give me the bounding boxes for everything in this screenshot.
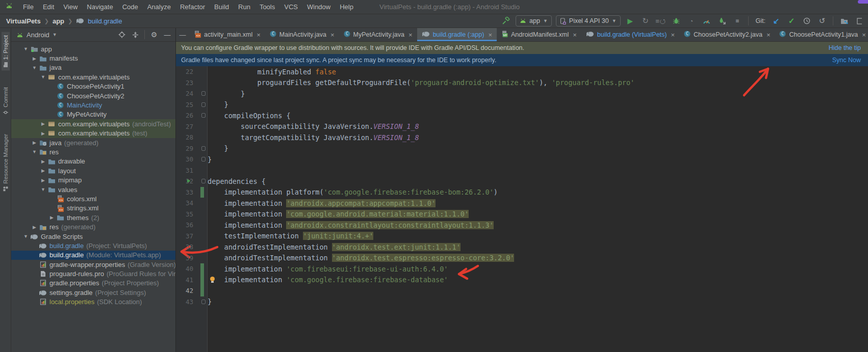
fold-marker-icon[interactable]	[201, 179, 206, 183]
menu-file[interactable]: File	[18, 3, 38, 11]
tree-item-res[interactable]: ▼res	[11, 147, 175, 156]
rollback-icon[interactable]: ↺	[816, 15, 828, 26]
tree-item-mainactivity[interactable]: CMainActivity	[11, 100, 175, 110]
collapse-all-icon[interactable]	[130, 30, 140, 40]
close-icon[interactable]: ×	[257, 31, 261, 39]
tree-collapsed-icon[interactable]: ▶	[39, 178, 47, 183]
menu-window[interactable]: Window	[302, 3, 335, 11]
tree-expanded-icon[interactable]: ▼	[31, 65, 38, 70]
project-view-select[interactable]: Android	[27, 31, 49, 39]
tree-collapsed-icon[interactable]: ▶	[31, 140, 38, 145]
close-icon[interactable]: ×	[767, 31, 771, 39]
hammer-make-icon[interactable]	[500, 15, 512, 26]
tree-item-drawable[interactable]: ▶drawable	[11, 157, 175, 166]
run-config-select[interactable]: app ▼	[516, 15, 552, 26]
tree-expanded-icon[interactable]: ▼	[39, 74, 47, 79]
code-line-23[interactable]: 23 proguardFiles getDefaultProguardFile(…	[176, 77, 868, 89]
tree-item-layout[interactable]: ▶layout	[11, 166, 175, 175]
code-line-35[interactable]: 35 implementation 'com.google.android.ma…	[176, 209, 868, 220]
hide-tabs-icon[interactable]: —	[176, 28, 189, 41]
code-line-31[interactable]: 31	[176, 165, 868, 176]
close-icon[interactable]: ×	[409, 31, 413, 39]
code-line-30[interactable]: 30}	[176, 154, 868, 165]
code-line-32[interactable]: 32▶dependencies {	[176, 176, 868, 187]
tree-item-mypetactivity[interactable]: CMyPetActivity	[11, 110, 175, 119]
tree-item-java[interactable]: ▼java	[11, 63, 175, 72]
tree-item-gradle-scripts[interactable]: ▼Gradle Scripts	[11, 232, 175, 241]
code-line-38[interactable]: 38 androidTestImplementation 'androidx.t…	[176, 241, 868, 253]
close-icon[interactable]: ×	[671, 31, 675, 39]
code-line-43[interactable]: 43}	[176, 296, 868, 308]
run-icon[interactable]: ▶	[625, 15, 636, 26]
breadcrumb-virtualpets[interactable]: VirtualPets	[6, 17, 41, 25]
code-line-37[interactable]: 37 testImplementation 'junit:junit:4.+'	[176, 231, 868, 242]
code-line-25[interactable]: 25 }	[176, 99, 868, 111]
tab-choosepetactivity2-java[interactable]: CChoosePetActivity2.java×	[679, 28, 775, 41]
tree-collapsed-icon[interactable]: ▶	[39, 131, 47, 136]
code-line-22[interactable]: 22 minifyEnabled false	[176, 66, 868, 77]
code-line-36[interactable]: 36 implementation 'androidx.constraintla…	[176, 220, 868, 231]
tree-item-proguard-rules-pro-proguard-rules-for-virtualpets-app[interactable]: proguard-rules.pro(ProGuard Rules for Vi…	[11, 269, 175, 278]
tree-item-com-example-virtualpets[interactable]: ▼com.example.virtualpets	[11, 72, 175, 82]
tree-item-gradle-wrapper-properties-gradle-version[interactable]: gradle-wrapper.properties(Gradle Version…	[11, 260, 175, 269]
close-icon[interactable]: ×	[862, 31, 866, 39]
tree-item-strings-xml[interactable]: <>strings.xml	[11, 204, 175, 213]
project-structure-icon[interactable]	[838, 15, 850, 26]
tree-collapsed-icon[interactable]: ▶	[39, 159, 47, 164]
code-line-33[interactable]: 33 implementation platform('com.google.f…	[176, 187, 868, 198]
fold-marker-icon[interactable]	[201, 146, 206, 151]
menu-analyze[interactable]: Analyze	[143, 3, 175, 11]
tool-window-button-1-project[interactable]: 1: Project	[2, 32, 10, 71]
code-line-34[interactable]: 34 implementation 'androidx.appcompat:ap…	[176, 198, 868, 209]
code-line-41[interactable]: 41 implementation 'com.google.firebase:f…	[176, 275, 868, 286]
breadcrumb-build-gradle[interactable]: build.gradle	[88, 17, 122, 25]
menu-code[interactable]: Code	[118, 3, 143, 11]
tree-item-manifests[interactable]: ▶manifests	[11, 53, 175, 63]
tree-item-com-example-virtualpets-test[interactable]: ▶com.example.virtualpets(test)	[11, 129, 175, 138]
fold-marker-icon[interactable]	[201, 113, 206, 118]
gear-icon[interactable]: ⚙	[149, 30, 159, 40]
tab-androidmanifest-xml[interactable]: MFAndroidManifest.xml×	[497, 28, 581, 41]
code-line-27[interactable]: 27 sourceCompatibility JavaVersion.VERSI…	[176, 121, 868, 132]
menu-view[interactable]: View	[59, 3, 82, 11]
tab-mypetactivity-java[interactable]: CMyPetActivity.java×	[339, 28, 417, 41]
tree-item-res-generated[interactable]: ▶res(generated)	[11, 222, 175, 231]
code-line-28[interactable]: 28 targetCompatibility JavaVersion.VERSI…	[176, 132, 868, 143]
tab-activity-main-xml[interactable]: <>activity_main.xml×	[189, 28, 265, 41]
tree-expanded-icon[interactable]: ▼	[22, 234, 30, 239]
update-project-icon[interactable]: ↙	[771, 15, 782, 26]
fold-marker-icon[interactable]	[201, 300, 206, 304]
tree-item-local-properties-sdk-location[interactable]: local.properties(SDK Location)	[11, 297, 175, 307]
tree-item-java-generated[interactable]: ▶java(generated)	[11, 138, 175, 147]
tree-item-com-example-virtualpets-androidtest[interactable]: ▶com.example.virtualpets(androidTest)	[11, 119, 175, 128]
code-line-39[interactable]: 39 androidTestImplementation 'androidx.t…	[176, 253, 868, 264]
code-line-29[interactable]: 29 }	[176, 143, 868, 154]
code-line-26[interactable]: 26 compileOptions {	[176, 110, 868, 121]
menu-edit[interactable]: Edit	[38, 3, 59, 11]
breadcrumb-app[interactable]: app	[53, 17, 64, 25]
profiler-icon[interactable]	[701, 15, 712, 26]
run-gutter-icon[interactable]: ▶	[187, 177, 191, 184]
profile-icon[interactable]: ◔	[686, 15, 697, 26]
menu-navigate[interactable]: Navigate	[82, 3, 117, 11]
history-icon[interactable]	[801, 15, 812, 26]
apply-changes-icon[interactable]: ↻	[640, 15, 651, 26]
debug-icon[interactable]	[671, 15, 682, 26]
tree-collapsed-icon[interactable]: ▶	[31, 225, 38, 230]
tab-build-gradle-app[interactable]: build.gradle (:app)×	[417, 28, 497, 41]
tree-item-gradle-properties-project-properties[interactable]: gradle.properties(Project Properties)	[11, 279, 175, 288]
close-icon[interactable]: ×	[488, 31, 492, 39]
menu-build[interactable]: Build	[210, 3, 234, 11]
fold-marker-icon[interactable]	[201, 91, 206, 96]
menu-run[interactable]: Run	[234, 3, 255, 11]
device-select[interactable]: Pixel 4 API 30 ▼	[556, 15, 621, 26]
clipped-toolbar-icon[interactable]	[854, 15, 865, 26]
code-editor[interactable]: 22 minifyEnabled false23 proguardFiles g…	[176, 66, 868, 352]
code-line-42[interactable]: 42	[176, 285, 868, 296]
tree-item-mipmap[interactable]: ▶mipmap	[11, 175, 175, 184]
sync-now-link[interactable]: Sync Now	[832, 57, 861, 64]
tab-choosepetactivity1-java[interactable]: CChoosePetActivity1.java×	[775, 28, 868, 41]
menu-help[interactable]: Help	[335, 3, 358, 11]
fold-marker-icon[interactable]	[201, 102, 206, 107]
attach-debugger-icon[interactable]	[717, 15, 728, 26]
